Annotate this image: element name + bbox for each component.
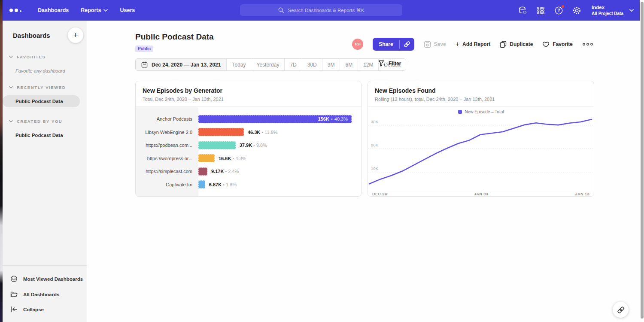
collapse-sidebar-button[interactable]: Collapse (3, 302, 87, 317)
folder-icon (10, 291, 18, 298)
bar-row[interactable]: https://wordpress.or...16.6K•4.3% (136, 152, 361, 165)
floating-copy-link-button[interactable] (613, 302, 629, 318)
y-tick-label: 30K (371, 120, 378, 124)
nav-item-reports[interactable]: Reports (75, 0, 114, 21)
line-series[interactable] (369, 119, 592, 184)
search-placeholder: Search Dashboards & Reports ⌘K (288, 7, 364, 13)
search-input[interactable]: Search Dashboards & Reports ⌘K (240, 4, 402, 16)
report-header[interactable]: New Episodes Found Rolling (12 hours), t… (368, 81, 594, 107)
collapse-icon (10, 306, 18, 313)
bar[interactable] (198, 128, 244, 136)
add-dashboard-button[interactable]: + (68, 27, 83, 43)
sidebar-item-public-podcast-data[interactable]: Public Podcast Data (3, 95, 80, 107)
scrollbar-thumb[interactable] (641, 2, 644, 319)
apps-grid-icon[interactable] (536, 6, 545, 15)
all-dashboards-button[interactable]: All Dashboards (3, 287, 87, 302)
svg-text:?: ? (557, 8, 560, 13)
legend-label: New Episode – Total (465, 109, 504, 114)
project-switcher[interactable]: Index All Project Data (592, 4, 634, 16)
bar-category-label: Libsyn WebEngine 2.0 (136, 130, 198, 135)
bar-track: 37.9K•9.8% (198, 141, 361, 149)
app-logo-icon[interactable] (3, 9, 32, 12)
page-scrollbar[interactable] (640, 0, 644, 322)
report-subtitle: Rolling (12 hours), total, Dec 24th, 202… (375, 97, 587, 102)
date-range-toolbar: Dec 24, 2020 — Jan 13, 2021 TodayYesterd… (135, 58, 406, 71)
x-tick-mid: JAN 03 (474, 192, 489, 196)
x-tick-start: DEC 24 (372, 192, 387, 196)
most-viewed-dashboards-button[interactable]: Most Viewed Dashboards (3, 271, 87, 287)
date-preset-12m[interactable]: 12M (358, 59, 378, 70)
section-created-by-you[interactable]: CREATED BY YOU (3, 119, 87, 124)
main-content: Public Podcast Data Public RH Share (87, 21, 640, 322)
bar-value-label: 6.87K•1.8% (209, 182, 237, 187)
bar-category-label: Captivate.fm (136, 182, 198, 187)
chevron-down-icon (629, 9, 634, 12)
search-icon (278, 7, 284, 13)
help-icon[interactable]: ? (554, 6, 563, 15)
bar[interactable] (198, 167, 207, 176)
bar-row[interactable]: Libsyn WebEngine 2.046.3K•11.9% (136, 126, 361, 139)
sidebar: Dashboards + FAVORITES Favorite any dash… (3, 21, 87, 322)
copy-link-button[interactable] (400, 38, 414, 51)
section-favorites[interactable]: FAVORITES (3, 55, 87, 59)
report-header[interactable]: New Episodes by Generator Total, Dec 24t… (136, 81, 361, 107)
bar-row[interactable]: https://simplecast.com9.17K•2.4% (136, 165, 361, 178)
bar-category-label: https://simplecast.com (136, 169, 198, 174)
report-title: New Episodes Found (375, 87, 587, 94)
date-preset-today[interactable]: Today (226, 59, 251, 70)
report-subtitle: Total, Dec 24th, 2020 – Jan 13th, 2021 (143, 97, 354, 102)
settings-gear-icon[interactable] (572, 6, 581, 15)
nav-item-dashboards[interactable]: Dashboards (32, 0, 75, 21)
bar-track: 16.6K•4.3% (198, 154, 361, 162)
bar-value-label: 46.3K•11.9% (248, 130, 278, 135)
chevron-down-icon (9, 120, 13, 123)
bar[interactable] (198, 141, 236, 149)
bar-track: 46.3K•11.9% (198, 128, 361, 136)
date-range-picker[interactable]: Dec 24, 2020 — Jan 13, 2021 (136, 59, 226, 70)
save-button[interactable]: Save (424, 41, 446, 48)
date-preset-3m[interactable]: 3M (322, 59, 340, 70)
bar-row[interactable]: Captivate.fm6.87K•1.8% (136, 178, 361, 191)
visibility-badge: Public (135, 46, 153, 52)
bar-row[interactable]: Anchor Podcasts156K • 40.3% (136, 112, 361, 126)
more-options-button[interactable] (582, 43, 593, 46)
favorite-button[interactable]: Favorite (542, 41, 573, 48)
calendar-icon (141, 61, 148, 68)
sidebar-item-public-podcast-data-2[interactable]: Public Podcast Data (3, 129, 87, 141)
nav-item-users[interactable]: Users (114, 0, 141, 21)
share-button[interactable]: Share (373, 38, 399, 51)
date-preset-yesterday[interactable]: Yesterday (251, 59, 284, 70)
save-icon (424, 41, 431, 48)
bar-chart-rows: Anchor Podcasts156K • 40.3%Libsyn WebEng… (136, 107, 361, 191)
duplicate-button[interactable]: Duplicate (500, 41, 533, 48)
bar-chart: Anchor Podcasts156K • 40.3%Libsyn WebEng… (136, 107, 361, 197)
link-icon (404, 41, 410, 48)
bar-category-label: https://podbean.com... (136, 143, 198, 148)
bar-row[interactable]: https://podbean.com...37.9K•9.8% (136, 139, 361, 152)
data-management-icon[interactable] (518, 6, 527, 15)
chart-legend[interactable]: New Episode – Total (368, 107, 594, 117)
bar-track: 6.87K•1.8% (198, 180, 361, 188)
bar-category-label: Anchor Podcasts (136, 116, 198, 122)
section-recently-viewed[interactable]: RECENTLY VIEWED (3, 85, 87, 90)
date-preset-6m[interactable]: 6M (340, 59, 358, 70)
project-subtitle: All Project Data (592, 11, 623, 16)
navbar-right-cluster: ? Index All Project Data (518, 0, 634, 21)
date-preset-7d[interactable]: 7D (284, 59, 301, 70)
top-navbar: Dashboards Reports Users Search Dashboar… (3, 0, 640, 21)
filter-button[interactable]: Filter (378, 60, 401, 67)
bar-value-label: 37.9K•9.8% (240, 143, 267, 148)
add-report-button[interactable]: + Add Report (456, 40, 491, 48)
y-tick-label: 20K (371, 143, 378, 147)
bar[interactable] (198, 154, 215, 162)
avatar[interactable]: RH (352, 39, 363, 50)
legend-swatch (458, 110, 462, 114)
bar[interactable] (198, 180, 205, 188)
y-tick-label: 10K (371, 167, 378, 171)
bar[interactable]: 156K • 40.3% (198, 115, 352, 123)
bar-category-label: https://wordpress.or... (136, 156, 198, 161)
date-preset-30d[interactable]: 30D (302, 59, 322, 70)
favorites-empty-hint: Favorite any dashboard (3, 68, 87, 73)
ellipsis-icon (582, 43, 593, 46)
smiley-icon (10, 275, 18, 283)
